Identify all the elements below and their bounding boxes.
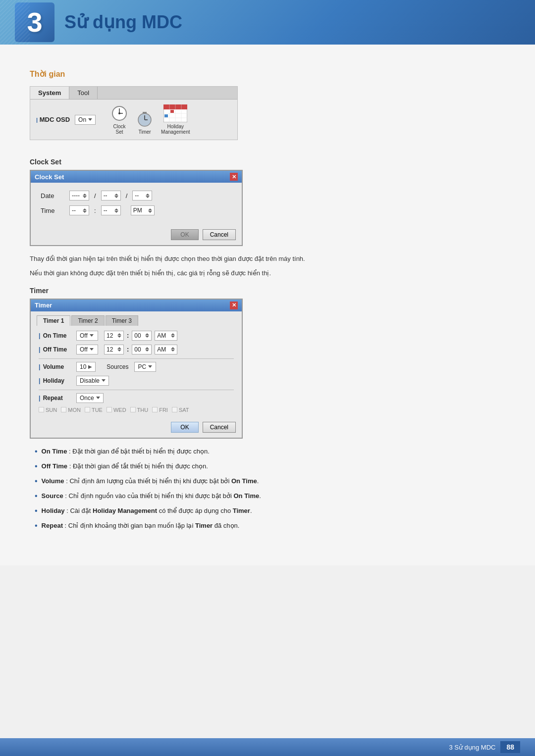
volume-label: | Volume	[39, 363, 73, 370]
spin-up-icon	[114, 208, 118, 210]
bullet-dot-4: •	[35, 490, 38, 502]
select-arrow-icon	[88, 118, 92, 121]
clock-set-close-button[interactable]: ✕	[230, 173, 238, 181]
spin-up-icon	[117, 347, 121, 349]
system-tabs: System Tool	[30, 87, 237, 100]
header-bar: 3 Sử dụng MDC	[0, 0, 535, 45]
spin-up-icon	[145, 333, 149, 335]
spin-down-icon	[145, 336, 149, 338]
footer-text: 3 Sử dụng MDC	[449, 744, 495, 751]
timer-tab-3[interactable]: Timer 3	[106, 315, 138, 326]
bullet-dot-1: •	[35, 446, 38, 457]
date-field-3[interactable]: --	[132, 191, 152, 201]
clock-set-cancel-button[interactable]: Cancel	[203, 229, 236, 240]
volume-select[interactable]: 10 ▶	[76, 362, 96, 372]
main-content: Thời gian System Tool | MDC OSD On	[0, 45, 535, 565]
spin-down-icon	[171, 336, 175, 338]
day-fri: FRI	[152, 407, 168, 413]
off-time-period[interactable]: AM	[155, 345, 177, 354]
header-title: Sử dụng MDC	[64, 12, 182, 33]
spin-up-icon	[114, 194, 118, 196]
bullet-item-offtime: • Off Time : Đặt thời gian để tắt thiết …	[35, 461, 505, 472]
tab-tool[interactable]: Tool	[69, 87, 98, 99]
day-mon: MON	[61, 407, 81, 413]
date-field-1[interactable]: ----	[69, 191, 89, 201]
svg-rect-6	[143, 112, 147, 114]
on-time-row: | On Time Off 12 : 00	[39, 331, 234, 341]
svg-rect-16	[164, 114, 168, 117]
repeat-arrow-icon	[96, 397, 100, 399]
spin-up-icon	[117, 333, 121, 335]
spin-down-icon	[148, 211, 152, 213]
date-field-2[interactable]: --	[101, 191, 121, 201]
clock-set-dialog: Clock Set ✕ Date ---- / --	[30, 170, 243, 246]
period-field[interactable]: PM	[131, 205, 155, 215]
day-checkbox-sun	[39, 407, 44, 412]
clock-set-icon-item[interactable]: ClockSet	[110, 104, 128, 135]
svg-rect-17	[170, 110, 174, 113]
bullet-item-repeat: • Repeat : Chỉ định khoảng thời gian bạn…	[35, 521, 505, 532]
timer-tab-2[interactable]: Timer 2	[71, 315, 104, 326]
spin-down-icon	[114, 211, 118, 213]
page-number: 88	[500, 741, 520, 753]
days-row: SUN MON TUE WED THU	[39, 407, 234, 413]
decorative-hatch	[0, 0, 30, 45]
spin-up-icon	[83, 208, 87, 210]
timer-cancel-button[interactable]: Cancel	[203, 422, 236, 433]
spin-down-icon	[145, 350, 149, 352]
repeat-label: | Repeat	[39, 395, 73, 402]
bullet-dot-2: •	[35, 460, 38, 472]
icons-row: ClockSet Timer	[110, 104, 190, 135]
spin-arrows-2	[114, 194, 118, 198]
clock-set-ok-button[interactable]: OK	[171, 229, 198, 240]
on-select[interactable]: On	[75, 115, 96, 125]
day-thu: THU	[130, 407, 149, 413]
holiday-select[interactable]: Disable	[76, 376, 109, 386]
repeat-select[interactable]: Once	[76, 393, 104, 403]
day-checkbox-mon	[61, 407, 66, 412]
spin-up-icon	[148, 208, 152, 210]
date-label: Date	[41, 192, 65, 200]
holiday-row: | Holiday Disable	[39, 376, 234, 386]
clock-set-body: Date ---- / -- /	[31, 183, 242, 226]
day-checkbox-fri	[152, 407, 158, 412]
off-time-arrow-icon	[90, 348, 94, 351]
on-time-min[interactable]: 00	[132, 331, 152, 341]
spin-down-icon	[146, 196, 150, 198]
timer-ok-button[interactable]: OK	[171, 422, 198, 433]
desc-text-1: Thay đổi thời gian hiện tại trên thiết b…	[30, 254, 505, 264]
on-time-period[interactable]: AM	[155, 331, 177, 341]
clock-set-label: Clock Set	[30, 158, 505, 166]
off-time-hour[interactable]: 12	[104, 345, 124, 354]
timer-tabs: Timer 1 Timer 2 Timer 3	[31, 311, 242, 326]
day-tue: TUE	[85, 407, 103, 413]
timer-tab-1[interactable]: Timer 1	[37, 315, 70, 326]
spin-arrows-5	[114, 208, 118, 213]
day-sat: SAT	[172, 407, 189, 413]
bullet-dot-6: •	[35, 520, 38, 532]
on-time-hour[interactable]: 12	[104, 331, 124, 341]
divider-1	[39, 358, 234, 359]
timer-icon-item[interactable]: Timer	[136, 110, 154, 135]
system-tool-panel: System Tool | MDC OSD On	[30, 86, 238, 140]
time-field-1[interactable]: --	[69, 205, 89, 215]
off-time-select[interactable]: Off	[76, 345, 98, 354]
spin-arrows-6	[148, 208, 152, 213]
divider-2	[39, 390, 234, 390]
holiday-icon-item[interactable]: HolidayManagement	[161, 104, 190, 135]
holiday-image	[163, 104, 187, 122]
off-time-row: | Off Time Off 12 : 00	[39, 345, 234, 354]
day-wed: WED	[107, 407, 126, 413]
on-time-select[interactable]: Off	[76, 331, 98, 341]
sources-select[interactable]: PC	[134, 362, 156, 372]
spin-down-icon	[171, 350, 175, 352]
spin-down-icon	[83, 211, 87, 213]
off-time-min[interactable]: 00	[132, 345, 152, 354]
time-field-2[interactable]: --	[101, 205, 121, 215]
timer-close-button[interactable]: ✕	[230, 302, 238, 309]
tab-system[interactable]: System	[30, 87, 69, 99]
system-content: | MDC OSD On	[30, 100, 237, 140]
timer-label: Timer	[30, 287, 505, 295]
date-row: Date ---- / -- /	[41, 191, 232, 201]
spin-up-icon	[146, 194, 150, 196]
